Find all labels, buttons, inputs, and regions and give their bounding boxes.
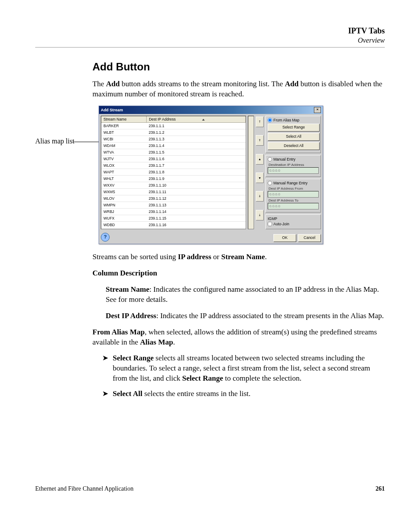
table-row[interactable]: BARKER239.1.1.1 <box>101 122 246 129</box>
dest-to-field[interactable]: 0.0.0.0 <box>268 203 319 209</box>
move-button-0[interactable]: ⤒ <box>256 117 264 127</box>
igmp-group: IGMP Auto-Join <box>265 214 321 229</box>
select-range-button[interactable]: Select Range <box>268 124 320 132</box>
section-heading: Add Button <box>92 61 385 73</box>
table-row[interactable]: WDBD239.1.1.16 <box>101 221 246 228</box>
dialog-titlebar[interactable]: Add Stream × <box>99 106 323 114</box>
table-row[interactable]: WTVA239.1.1.5 <box>101 149 246 155</box>
bullet-arrow-icon: ➤ <box>102 389 108 399</box>
dest-from-label: Dest IP Address From <box>269 187 319 191</box>
manual-range-radio[interactable] <box>268 181 272 185</box>
page-header-subtitle: Overview <box>35 37 385 44</box>
ok-button[interactable]: OK <box>273 234 296 242</box>
select-all-button[interactable]: Select All <box>268 133 320 141</box>
move-button-5[interactable]: ⤓ <box>256 210 264 220</box>
footer-left: Ethernet and Fibre Channel Application <box>35 485 133 492</box>
sorted-paragraph: Streams can be sorted using IP address o… <box>92 252 385 262</box>
table-row[interactable]: WMPN239.1.1.13 <box>101 202 246 208</box>
col-dest-ip[interactable]: Dest IP Address <box>147 116 246 123</box>
sort-asc-icon <box>202 119 205 121</box>
from-alias-map-desc: From Alias Map, when selected, allows th… <box>92 327 385 348</box>
close-button[interactable]: × <box>314 107 321 113</box>
from-alias-group: From Alias Map Select Range Select All D… <box>265 116 321 153</box>
dest-from-field[interactable]: 0.0.0.0 <box>268 191 319 198</box>
table-row[interactable]: WRBJ239.1.1.14 <box>101 208 246 215</box>
from-alias-radio[interactable] <box>268 118 272 122</box>
callout-leader-line <box>73 142 99 142</box>
dest-ip-field[interactable]: 0.0.0.0 <box>268 167 319 174</box>
table-row[interactable]: WCBI239.1.1.3 <box>101 136 246 142</box>
table-row[interactable]: WDAM239.1.1.4 <box>101 142 246 149</box>
table-row[interactable]: WUFX239.1.1.15 <box>101 215 246 221</box>
stream-table-wrap: Stream Name Dest IP Address BARKER239.1.… <box>101 116 246 229</box>
table-row[interactable]: WLOX239.1.1.7 <box>101 162 246 169</box>
page-header-title: IPTV Tabs <box>35 26 385 36</box>
table-row[interactable]: WXMS239.1.1.11 <box>101 188 246 195</box>
deselect-all-button[interactable]: Deselect All <box>268 142 320 150</box>
add-stream-dialog: Add Stream × Stream Name Dest IP Address… <box>99 106 323 244</box>
dest-to-label: Dest IP Address To <box>269 198 319 202</box>
manual-entry-radio[interactable] <box>268 157 272 161</box>
manual-entry-group: Manual Entry Destination IP Address 0.0.… <box>265 155 321 177</box>
select-range-item: ➤ Select Range selects all streams locat… <box>102 353 385 384</box>
select-all-item: ➤ Select All selects the entire streams … <box>102 389 385 399</box>
column-desc-heading: Column Description <box>92 268 385 279</box>
stream-table[interactable]: Stream Name Dest IP Address BARKER239.1.… <box>101 116 246 228</box>
move-buttons-column: ⤒⇑▲▼⇓⤓ <box>256 116 264 229</box>
table-row[interactable]: WAPT239.1.1.8 <box>101 169 246 175</box>
table-row[interactable]: WJTV239.1.1.6 <box>101 155 246 162</box>
cancel-button[interactable]: Cancel <box>298 234 321 242</box>
table-row[interactable]: WHLT239.1.1.9 <box>101 175 246 182</box>
help-icon[interactable]: ? <box>101 233 110 242</box>
move-button-4[interactable]: ⇓ <box>256 191 264 202</box>
stream-name-desc: Stream Name: Indicates the configured na… <box>106 285 385 305</box>
col-stream-name[interactable]: Stream Name <box>101 116 147 123</box>
bullet-arrow-icon: ➤ <box>102 353 108 384</box>
manual-range-group: Manual Range Entry Dest IP Address From … <box>265 179 321 213</box>
move-button-1[interactable]: ⇑ <box>256 135 264 146</box>
igmp-label: IGMP <box>268 216 319 221</box>
footer-page-number: 261 <box>376 485 385 492</box>
move-button-2[interactable]: ▲ <box>256 154 264 165</box>
table-row[interactable]: WXXV239.1.1.10 <box>101 182 246 188</box>
dialog-title-text: Add Stream <box>101 108 123 112</box>
intro-paragraph: The Add button adds streams to the strea… <box>92 79 385 99</box>
auto-join-checkbox[interactable] <box>268 222 272 226</box>
table-row[interactable]: WLOV239.1.1.12 <box>101 195 246 202</box>
dest-ip-label: Destination IP Address <box>269 163 319 167</box>
table-row[interactable]: WLBT239.1.1.2 <box>101 129 246 136</box>
scrollbar[interactable] <box>248 116 254 229</box>
move-button-3[interactable]: ▼ <box>256 172 264 183</box>
dest-ip-desc: Dest IP Address: Indicates the IP addres… <box>106 311 385 321</box>
callout-label: Alias map list <box>35 137 88 145</box>
header-rule <box>35 47 385 48</box>
